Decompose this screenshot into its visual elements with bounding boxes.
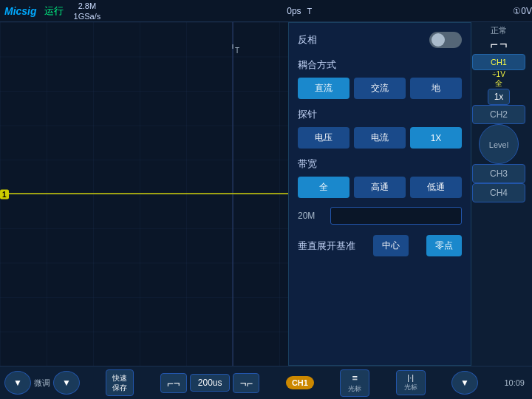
run-status: 运行	[41, 4, 66, 18]
probe-label: 探针	[298, 108, 462, 121]
vert-center-button[interactable]: 中心	[373, 235, 409, 256]
trigger-marker: T	[307, 7, 313, 16]
time-value-display: 200us	[190, 374, 231, 392]
cursor1-icon: ≡	[352, 372, 358, 383]
cursor2-icon: |·|	[407, 373, 414, 382]
bandwidth-group: 全 高通 低通	[298, 177, 462, 198]
x1-button[interactable]: 1x	[488, 89, 510, 105]
top-center: 0ps T	[108, 6, 491, 16]
vert-zero-button[interactable]: 零点	[426, 235, 462, 256]
probe-1x-button[interactable]: 1X	[410, 127, 462, 149]
waveform-rise-button[interactable]: ⌐¬	[160, 373, 187, 393]
right-panel-top: 正常 ⌐ ¬ CH1 ÷1V全 1x CH2 Level CH3 CH4	[467, 25, 531, 202]
waveform-btns: ⌐¬ 200us ¬⌐	[160, 373, 260, 393]
cursor2-button[interactable]: |·| 光标	[396, 370, 426, 395]
coupling-dc-button[interactable]: 直流	[298, 78, 349, 99]
invert-row: 反相	[298, 32, 462, 48]
fine-tune-label: 微调	[34, 378, 50, 389]
sample-rate-line2: 1GSa/s	[74, 11, 101, 21]
vert-row: 垂直展开基准 中心 零点	[298, 235, 462, 256]
probe-current-button[interactable]: 电流	[354, 127, 406, 149]
probe-voltage-button[interactable]: 电压	[298, 127, 349, 149]
normal-label: 正常	[491, 25, 507, 36]
ch1-detail: ÷1V全	[492, 70, 505, 89]
bottom-toolbar: ▼ 微调 ▼ 快速保存 ⌐¬ 200us ¬⌐ CH1 ≡ 光标 |·| 光标 …	[0, 366, 532, 399]
ch1-indicator[interactable]: CH1	[286, 376, 314, 389]
coupling-gnd-button[interactable]: 地	[410, 78, 462, 99]
invert-toggle[interactable]	[429, 32, 462, 48]
fine-tune-group: ▼ 微调 ▼	[4, 371, 80, 395]
expand-button[interactable]: ▼	[451, 371, 478, 395]
coupling-label: 耦合方式	[298, 58, 462, 72]
app-logo: Micsig	[0, 5, 41, 17]
waveform-up-icon: ⌐	[490, 38, 498, 51]
ch1-button[interactable]: CH1 ÷1V全	[472, 54, 525, 89]
bw-lowpass-button[interactable]: 低通	[410, 177, 462, 198]
coupling-group: 直流 交流 地	[298, 78, 462, 99]
coupling-ac-button[interactable]: 交流	[354, 78, 406, 99]
cursor2-label: 光标	[404, 383, 417, 392]
waveform-fall-button[interactable]: ¬⌐	[233, 373, 259, 393]
right-panel: 正常 ⌐ ¬ CH1 ÷1V全 1x CH2 Level CH3 CH4	[466, 22, 532, 366]
time-position: 0ps	[287, 6, 301, 16]
bandwidth-input-field[interactable]	[330, 207, 462, 225]
cursor1-label: 光标	[348, 384, 361, 394]
bandwidth-input-row: 20M	[298, 207, 462, 225]
topbar: Micsig 运行 2.8M 1GSa/s 0ps T ①0V	[0, 0, 532, 22]
probe-group: 电压 电流 1X	[298, 127, 462, 149]
ch3-button[interactable]: CH3	[472, 164, 525, 183]
bw-full-button[interactable]: 全	[298, 177, 349, 198]
clock-display: 10:09	[504, 378, 528, 387]
settings-panel: 反相 耦合方式 直流 交流 地 探针 电压 电流 1X 带宽 全 高通 低通 2…	[288, 22, 471, 366]
up-arrow-button[interactable]: ▼	[4, 371, 31, 395]
bandwidth-value-label: 20M	[298, 211, 324, 221]
down-arrow-button[interactable]: ▼	[53, 371, 80, 395]
invert-label: 反相	[298, 33, 317, 47]
ch2-button[interactable]: CH2	[472, 105, 525, 124]
sample-rate-line1: 2.8M	[78, 1, 96, 11]
ch1-channel-marker: 1	[0, 189, 9, 199]
level-knob[interactable]: Level	[479, 124, 519, 164]
cursor1-button[interactable]: ≡ 光标	[340, 369, 369, 397]
top-stats: 2.8M 1GSa/s	[66, 1, 109, 21]
vert-label: 垂直展开基准	[298, 239, 355, 253]
bw-highpass-button[interactable]: 高通	[354, 177, 406, 198]
volt-display: ①0V	[513, 6, 532, 16]
ch1-btn-label[interactable]: CH1	[472, 54, 525, 70]
waveform-down-icon: ¬	[499, 38, 508, 51]
quick-save-button[interactable]: 快速保存	[106, 369, 134, 396]
ch4-button[interactable]: CH4	[472, 183, 525, 202]
bandwidth-label: 带宽	[298, 157, 462, 171]
